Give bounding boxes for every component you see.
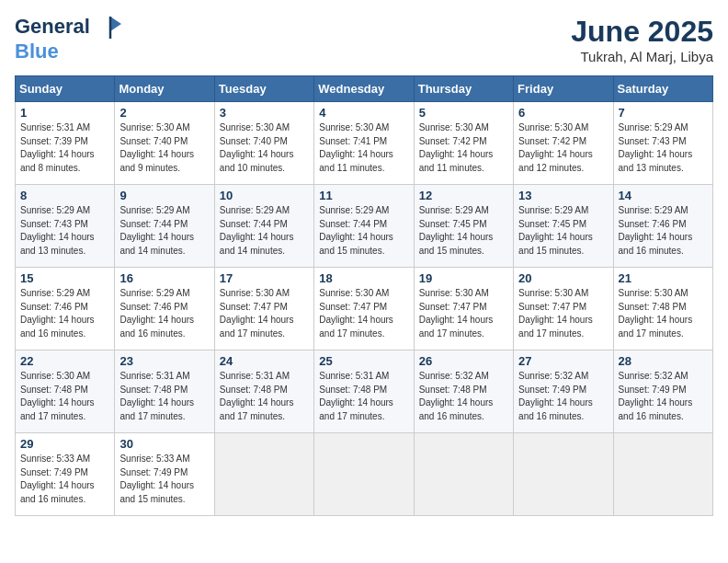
- calendar-header-friday: Friday: [514, 76, 613, 102]
- day-number: 19: [419, 271, 508, 285]
- day-info: Sunrise: 5:30 AM Sunset: 7:47 PM Dayligh…: [518, 287, 608, 340]
- day-info: Sunrise: 5:30 AM Sunset: 7:47 PM Dayligh…: [319, 287, 408, 340]
- day-number: 1: [20, 106, 109, 120]
- day-info: Sunrise: 5:29 AM Sunset: 7:46 PM Dayligh…: [119, 287, 209, 340]
- calendar-header-thursday: Thursday: [414, 76, 513, 102]
- calendar-cell: 19 Sunrise: 5:30 AM Sunset: 7:47 PM Dayl…: [414, 268, 513, 350]
- calendar-cell: 18 Sunrise: 5:30 AM Sunset: 7:47 PM Dayl…: [314, 268, 414, 350]
- day-number: 5: [419, 106, 508, 120]
- day-number: 13: [518, 189, 608, 202]
- calendar-header-monday: Monday: [115, 76, 214, 102]
- calendar-cell: 30 Sunrise: 5:33 AM Sunset: 7:49 PM Dayl…: [115, 433, 214, 516]
- day-info: Sunrise: 5:32 AM Sunset: 7:49 PM Dayligh…: [619, 370, 708, 423]
- day-info: Sunrise: 5:31 AM Sunset: 7:48 PM Dayligh…: [319, 370, 408, 423]
- day-info: Sunrise: 5:29 AM Sunset: 7:44 PM Dayligh…: [119, 204, 209, 258]
- day-number: 22: [20, 354, 109, 368]
- location: Tukrah, Al Marj, Libya: [571, 49, 713, 64]
- calendar-header-tuesday: Tuesday: [214, 76, 313, 102]
- day-number: 10: [220, 189, 309, 202]
- day-info: Sunrise: 5:30 AM Sunset: 7:47 PM Dayligh…: [419, 287, 508, 340]
- day-info: Sunrise: 5:29 AM Sunset: 7:43 PM Dayligh…: [20, 204, 109, 258]
- calendar-cell: 2 Sunrise: 5:30 AM Sunset: 7:40 PM Dayli…: [115, 102, 214, 185]
- calendar-table: SundayMondayTuesdayWednesdayThursdayFrid…: [15, 75, 713, 516]
- day-info: Sunrise: 5:29 AM Sunset: 7:44 PM Dayligh…: [220, 204, 309, 258]
- day-info: Sunrise: 5:30 AM Sunset: 7:47 PM Dayligh…: [220, 287, 309, 340]
- calendar-header-wednesday: Wednesday: [314, 76, 414, 102]
- day-info: Sunrise: 5:30 AM Sunset: 7:42 PM Dayligh…: [518, 121, 608, 175]
- day-number: 29: [20, 437, 109, 451]
- day-info: Sunrise: 5:32 AM Sunset: 7:48 PM Dayligh…: [419, 370, 508, 423]
- calendar-week-5: 29 Sunrise: 5:33 AM Sunset: 7:49 PM Dayl…: [16, 433, 713, 516]
- logo-text-blue: Blue: [15, 40, 123, 63]
- calendar-week-1: 1 Sunrise: 5:31 AM Sunset: 7:39 PM Dayli…: [16, 102, 713, 185]
- day-info: Sunrise: 5:29 AM Sunset: 7:46 PM Dayligh…: [20, 287, 109, 340]
- calendar-cell: 9 Sunrise: 5:29 AM Sunset: 7:44 PM Dayli…: [115, 185, 214, 268]
- calendar-cell: 22 Sunrise: 5:30 AM Sunset: 7:48 PM Dayl…: [16, 350, 115, 433]
- day-info: Sunrise: 5:29 AM Sunset: 7:45 PM Dayligh…: [419, 204, 508, 258]
- day-number: 30: [119, 437, 209, 451]
- day-info: Sunrise: 5:30 AM Sunset: 7:42 PM Dayligh…: [419, 121, 508, 175]
- calendar-cell: 5 Sunrise: 5:30 AM Sunset: 7:42 PM Dayli…: [414, 102, 513, 185]
- logo-text-general: General: [15, 15, 90, 38]
- calendar-cell: 8 Sunrise: 5:29 AM Sunset: 7:43 PM Dayli…: [16, 185, 115, 268]
- day-info: Sunrise: 5:33 AM Sunset: 7:49 PM Dayligh…: [20, 453, 109, 506]
- calendar-header-row: SundayMondayTuesdayWednesdayThursdayFrid…: [16, 76, 713, 102]
- day-number: 18: [319, 271, 408, 285]
- calendar-cell: 21 Sunrise: 5:30 AM Sunset: 7:48 PM Dayl…: [613, 268, 712, 350]
- day-number: 12: [419, 189, 508, 202]
- day-number: 21: [619, 271, 708, 285]
- calendar-cell: 15 Sunrise: 5:29 AM Sunset: 7:46 PM Dayl…: [16, 268, 115, 350]
- day-number: 25: [319, 354, 408, 368]
- calendar-cell: 10 Sunrise: 5:29 AM Sunset: 7:44 PM Dayl…: [214, 185, 313, 268]
- title-block: June 2025 Tukrah, Al Marj, Libya: [571, 15, 713, 64]
- calendar-cell: 6 Sunrise: 5:30 AM Sunset: 7:42 PM Dayli…: [514, 102, 613, 185]
- calendar-header-sunday: Sunday: [16, 76, 115, 102]
- calendar-cell: [514, 433, 613, 516]
- calendar-week-2: 8 Sunrise: 5:29 AM Sunset: 7:43 PM Dayli…: [16, 185, 713, 268]
- calendar-cell: 12 Sunrise: 5:29 AM Sunset: 7:45 PM Dayl…: [414, 185, 513, 268]
- month-title: June 2025: [571, 15, 713, 49]
- calendar-cell: [214, 433, 313, 516]
- day-info: Sunrise: 5:31 AM Sunset: 7:48 PM Dayligh…: [119, 370, 209, 423]
- day-info: Sunrise: 5:30 AM Sunset: 7:48 PM Dayligh…: [619, 287, 708, 340]
- calendar-cell: 3 Sunrise: 5:30 AM Sunset: 7:40 PM Dayli…: [214, 102, 313, 185]
- calendar-body: 1 Sunrise: 5:31 AM Sunset: 7:39 PM Dayli…: [16, 102, 713, 516]
- day-info: Sunrise: 5:29 AM Sunset: 7:44 PM Dayligh…: [319, 204, 408, 258]
- svg-marker-0: [110, 17, 121, 31]
- day-number: 17: [220, 271, 309, 285]
- calendar-cell: 23 Sunrise: 5:31 AM Sunset: 7:48 PM Dayl…: [115, 350, 214, 433]
- day-number: 4: [319, 106, 408, 120]
- day-info: Sunrise: 5:31 AM Sunset: 7:39 PM Dayligh…: [20, 121, 109, 175]
- day-number: 15: [20, 271, 109, 285]
- day-number: 20: [518, 271, 608, 285]
- calendar-cell: 11 Sunrise: 5:29 AM Sunset: 7:44 PM Dayl…: [314, 185, 414, 268]
- calendar-cell: 25 Sunrise: 5:31 AM Sunset: 7:48 PM Dayl…: [314, 350, 414, 433]
- day-number: 26: [419, 354, 508, 368]
- calendar-cell: [314, 433, 414, 516]
- calendar-cell: [414, 433, 513, 516]
- day-number: 2: [119, 106, 209, 120]
- calendar-week-4: 22 Sunrise: 5:30 AM Sunset: 7:48 PM Dayl…: [16, 350, 713, 433]
- calendar-cell: 17 Sunrise: 5:30 AM Sunset: 7:47 PM Dayl…: [214, 268, 313, 350]
- day-number: 28: [619, 354, 708, 368]
- day-info: Sunrise: 5:30 AM Sunset: 7:41 PM Dayligh…: [319, 121, 408, 175]
- day-info: Sunrise: 5:30 AM Sunset: 7:40 PM Dayligh…: [220, 121, 309, 175]
- day-info: Sunrise: 5:29 AM Sunset: 7:46 PM Dayligh…: [619, 204, 708, 258]
- calendar-cell: 26 Sunrise: 5:32 AM Sunset: 7:48 PM Dayl…: [414, 350, 513, 433]
- calendar-cell: 7 Sunrise: 5:29 AM Sunset: 7:43 PM Dayli…: [613, 102, 712, 185]
- calendar-cell: 29 Sunrise: 5:33 AM Sunset: 7:49 PM Dayl…: [16, 433, 115, 516]
- day-number: 8: [20, 189, 109, 202]
- calendar-cell: 20 Sunrise: 5:30 AM Sunset: 7:47 PM Dayl…: [514, 268, 613, 350]
- day-number: 27: [518, 354, 608, 368]
- calendar-week-3: 15 Sunrise: 5:29 AM Sunset: 7:46 PM Dayl…: [16, 268, 713, 350]
- day-info: Sunrise: 5:32 AM Sunset: 7:49 PM Dayligh…: [518, 370, 608, 423]
- day-number: 6: [518, 106, 608, 120]
- calendar-cell: 28 Sunrise: 5:32 AM Sunset: 7:49 PM Dayl…: [613, 350, 712, 433]
- day-info: Sunrise: 5:29 AM Sunset: 7:45 PM Dayligh…: [518, 204, 608, 258]
- day-number: 7: [619, 106, 708, 120]
- calendar-cell: 13 Sunrise: 5:29 AM Sunset: 7:45 PM Dayl…: [514, 185, 613, 268]
- day-info: Sunrise: 5:31 AM Sunset: 7:48 PM Dayligh…: [220, 370, 309, 423]
- calendar-cell: 4 Sunrise: 5:30 AM Sunset: 7:41 PM Dayli…: [314, 102, 414, 185]
- day-number: 16: [119, 271, 209, 285]
- day-number: 9: [119, 189, 209, 202]
